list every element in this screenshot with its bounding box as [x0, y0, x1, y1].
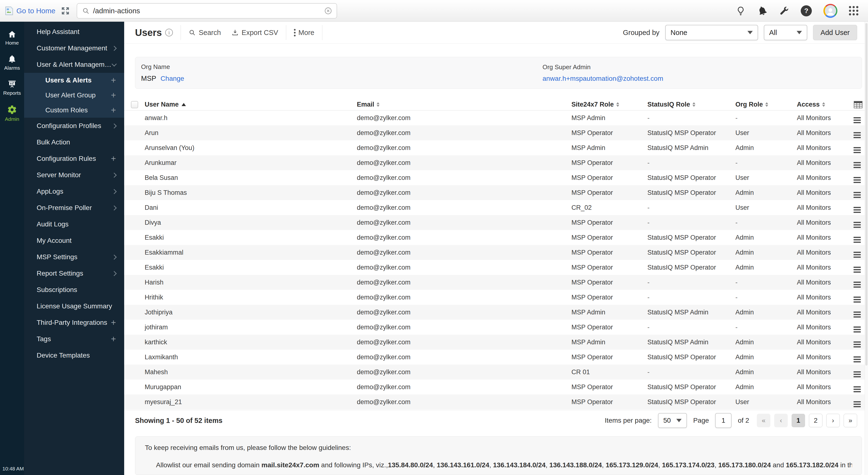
table-row[interactable]: Esakkidemo@zylker.comMSP OperatorStatusI… [124, 260, 868, 275]
row-menu-icon[interactable] [854, 296, 861, 303]
page-first[interactable]: « [757, 414, 770, 427]
row-menu-icon[interactable] [854, 326, 861, 332]
menu-item-device-templates[interactable]: Device Templates [24, 347, 124, 363]
page-number-input[interactable] [715, 413, 732, 428]
search-action[interactable]: Search [189, 29, 221, 37]
row-menu-icon[interactable] [854, 312, 861, 318]
fullscreen-expand-icon[interactable] [61, 6, 70, 15]
filter-select[interactable]: All [764, 25, 807, 40]
menu-item-configuration-profiles[interactable]: Configuration Profiles [24, 118, 124, 134]
table-row[interactable]: Esakkiammaldemo@zylker.comMSP OperatorSt… [124, 245, 868, 260]
rail-item-alarms[interactable]: Alarms [4, 55, 20, 71]
table-row[interactable]: Harishdemo@zylker.comMSP Operator--All M… [124, 275, 868, 290]
menu-item-customer-management[interactable]: Customer Management [24, 40, 124, 56]
column-header-user-name[interactable]: User Name [145, 101, 357, 108]
table-row[interactable]: Jothipriyademo@zylker.comMSP AdminStatus… [124, 305, 868, 320]
table-row[interactable]: Arunkumardemo@zylker.comMSP Operator--Al… [124, 155, 868, 170]
page-last[interactable]: » [844, 414, 857, 427]
row-menu-icon[interactable] [854, 401, 861, 407]
menu-item-applogs[interactable]: AppLogs [24, 183, 124, 200]
menu-item-users-alerts[interactable]: Users & Alerts+ [24, 73, 124, 88]
admin-wrench-icon[interactable] [779, 6, 789, 16]
row-menu-icon[interactable] [854, 371, 861, 377]
row-menu-icon[interactable] [854, 177, 861, 183]
menu-item-subscriptions[interactable]: Subscriptions [24, 282, 124, 298]
table-row[interactable]: Biju S Thomasdemo@zylker.comMSP Operator… [124, 185, 868, 200]
page-1[interactable]: 1 [792, 414, 805, 427]
page-2[interactable]: 2 [809, 414, 823, 427]
expand-plus-icon[interactable]: + [111, 154, 116, 163]
row-menu-icon[interactable] [854, 341, 861, 347]
clear-search-icon[interactable] [324, 7, 332, 15]
row-menu-icon[interactable] [854, 222, 861, 228]
row-menu-icon[interactable] [854, 267, 861, 273]
row-menu-icon[interactable] [854, 207, 861, 213]
select-all-checkbox[interactable] [131, 101, 138, 108]
menu-item-bulk-action[interactable]: Bulk Action [24, 134, 124, 151]
search-input[interactable] [93, 7, 324, 15]
row-menu-icon[interactable] [854, 282, 861, 288]
column-header-statusiq-role[interactable]: StatusIQ Role [647, 101, 735, 108]
row-menu-icon[interactable] [854, 252, 861, 258]
info-icon[interactable]: i [165, 29, 173, 36]
row-menu-icon[interactable] [854, 162, 861, 168]
menu-item-third-party-integrations[interactable]: Third-Party Integrations+ [24, 314, 124, 331]
row-menu-icon[interactable] [854, 117, 861, 123]
table-row[interactable]: Arunselvan (You)demo@zylker.comMSP Admin… [124, 140, 868, 155]
table-row[interactable]: anwar.hdemo@zylker.comMSP Admin--All Mon… [124, 110, 868, 125]
column-header-access[interactable]: Access [797, 101, 854, 108]
more-action[interactable]: More [294, 29, 314, 37]
menu-item-license-usage-summary[interactable]: License Usage Summary [24, 298, 124, 314]
column-header-org-role[interactable]: Org Role [735, 101, 797, 108]
grouped-by-select[interactable]: None [665, 25, 758, 40]
expand-plus-icon[interactable]: + [111, 318, 116, 327]
change-org-link[interactable]: Change [161, 75, 184, 83]
table-row[interactable]: karthickdemo@zylker.comMSP AdminStatusIQ… [124, 335, 868, 350]
menu-item-configuration-rules[interactable]: Configuration Rules+ [24, 151, 124, 167]
table-row[interactable]: Laxmikanthdemo@zylker.comMSP OperatorSta… [124, 350, 868, 365]
table-row[interactable]: jothiramdemo@zylker.comMSP Operator--All… [124, 320, 868, 335]
menu-item-msp-settings[interactable]: MSP Settings [24, 249, 124, 265]
items-per-page-select[interactable]: 50 [658, 413, 687, 428]
add-user-button[interactable]: Add User [813, 25, 857, 40]
table-row[interactable]: Arundemo@zylker.comMSP OperatorStatusIQ … [124, 125, 868, 140]
expand-plus-icon[interactable]: + [111, 91, 116, 100]
org-super-admin-email[interactable]: anwar.h+mspautomation@zohotest.com [542, 75, 663, 83]
row-menu-icon[interactable] [854, 237, 861, 243]
menu-item-tags[interactable]: Tags+ [24, 331, 124, 347]
menu-item-user-alert-group[interactable]: User Alert Group+ [24, 88, 124, 103]
menu-item-server-monitor[interactable]: Server Monitor [24, 167, 124, 183]
table-row[interactable]: Divyademo@zylker.comMSP Operator--All Mo… [124, 215, 868, 230]
avatar[interactable] [824, 4, 837, 18]
menu-item-custom-roles[interactable]: Custom Roles+ [24, 103, 124, 118]
apps-grid-icon[interactable] [849, 6, 858, 15]
table-row[interactable]: Danidemo@zylker.comCR_02-UserAll Monitor… [124, 200, 868, 215]
menu-item-my-account[interactable]: My Account [24, 232, 124, 249]
menu-item-audit-logs[interactable]: Audit Logs [24, 216, 124, 232]
menu-item-report-settings[interactable]: Report Settings [24, 265, 124, 282]
help-icon[interactable]: ? [801, 5, 812, 17]
page-prev[interactable]: ‹ [774, 414, 788, 427]
expand-plus-icon[interactable]: + [111, 335, 116, 343]
table-row[interactable]: myesuraj_21demo@zylker.comMSP OperatorSt… [124, 394, 868, 409]
column-header-site24x7-role[interactable]: Site24x7 Role [571, 101, 647, 108]
rail-item-reports[interactable]: Reports [3, 80, 21, 96]
page-scrollbar[interactable] [865, 22, 868, 475]
row-menu-icon[interactable] [854, 192, 861, 198]
table-row[interactable]: Bela Susandemo@zylker.comMSP OperatorSta… [124, 170, 868, 185]
lightbulb-icon[interactable] [736, 6, 746, 16]
home-link[interactable]: Go to Home [4, 5, 56, 16]
menu-item-user-alert-management[interactable]: User & Alert Management [24, 56, 124, 73]
table-row[interactable]: Esakkidemo@zylker.comMSP OperatorStatusI… [124, 230, 868, 245]
row-menu-icon[interactable] [854, 356, 861, 362]
table-row[interactable]: Maheshdemo@zylker.comCR 01-AdminAll Moni… [124, 365, 868, 380]
row-menu-icon[interactable] [854, 132, 861, 138]
menu-item-on-premise-poller[interactable]: On-Premise Poller [24, 200, 124, 216]
notifications-bell-icon[interactable] [757, 6, 768, 16]
expand-plus-icon[interactable]: + [111, 76, 116, 85]
export-csv-action[interactable]: Export CSV [231, 29, 278, 37]
row-menu-icon[interactable] [854, 386, 861, 392]
rail-item-admin[interactable]: Admin [5, 105, 19, 122]
menu-item-help-assistant[interactable]: Help Assistant [24, 24, 124, 40]
rail-item-home[interactable]: Home [5, 30, 19, 46]
